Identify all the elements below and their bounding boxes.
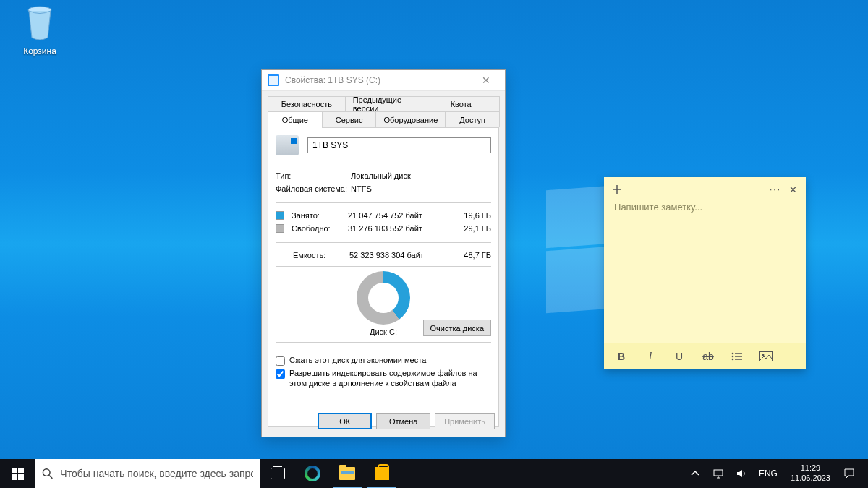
taskbar-date: 11.06.2023 xyxy=(791,474,830,484)
taskbar-search-box[interactable]: Чтобы начать поиск, введите здесь запрос xyxy=(35,459,260,488)
disk-cleanup-button[interactable]: Очистка диска xyxy=(423,320,491,336)
tray-language-button[interactable]: ENG xyxy=(753,459,783,488)
used-label: Занято: xyxy=(292,211,348,220)
compress-checkbox-row[interactable]: Сжать этот диск для экономии места xyxy=(276,354,491,367)
compress-checkbox-label: Сжать этот диск для экономии места xyxy=(289,356,491,366)
image-icon xyxy=(760,351,773,361)
show-desktop-button[interactable] xyxy=(861,459,865,488)
list-icon xyxy=(731,351,743,361)
capacity-bytes: 52 323 938 304 байт xyxy=(349,251,445,260)
used-space-row: Занято: 21 047 754 752 байт 19,6 ГБ xyxy=(276,209,491,222)
tabs-row-upper: Безопасность Предыдущие версии Квота xyxy=(268,96,499,111)
tray-show-hidden-button[interactable] xyxy=(684,459,707,488)
recycle-bin-desktop-icon[interactable]: Корзина xyxy=(12,4,68,56)
used-gb: 19,6 ГБ xyxy=(443,211,491,220)
compress-checkbox[interactable] xyxy=(276,356,285,366)
capacity-label: Емкость: xyxy=(293,251,349,260)
index-checkbox[interactable] xyxy=(276,369,285,379)
desktop: Корзина Свойства: 1TB SYS (C:) ✕ Безопас… xyxy=(0,0,868,488)
format-strikethrough-button[interactable]: ab xyxy=(694,343,723,369)
sticky-note-menu-button[interactable]: ··· xyxy=(767,181,784,198)
tab-panel-general: 1TB SYS Тип: Локальный диск Файловая сис… xyxy=(268,127,499,427)
taskbar-sticky-notes-button[interactable] xyxy=(365,459,399,488)
format-bullet-list-button[interactable] xyxy=(723,343,752,369)
taskbar-edge-button[interactable] xyxy=(295,459,330,488)
ok-button[interactable]: ОК xyxy=(318,413,372,429)
type-label: Тип: xyxy=(276,171,351,180)
volume-icon xyxy=(736,468,747,479)
taskbar-time: 11:29 xyxy=(791,463,830,474)
format-image-button[interactable] xyxy=(752,343,780,369)
free-label: Свободно: xyxy=(292,224,348,233)
index-checkbox-row[interactable]: Разрешить индексировать содержимое файло… xyxy=(276,367,491,390)
sticky-note-textarea[interactable]: Напишите заметку... xyxy=(604,202,806,343)
start-button[interactable] xyxy=(0,459,35,488)
index-checkbox-label: Разрешить индексировать содержимое файло… xyxy=(289,369,491,389)
recycle-bin-label: Корзина xyxy=(12,46,68,56)
tab-hardware[interactable]: Оборудование xyxy=(375,111,446,127)
capacity-gb: 48,7 ГБ xyxy=(445,251,491,260)
usage-donut-chart xyxy=(357,271,410,325)
filesystem-value: NTFS xyxy=(351,184,372,193)
plus-icon xyxy=(612,184,622,194)
tab-tools[interactable]: Сервис xyxy=(322,111,377,127)
taskbar-clock[interactable]: 11:29 11.06.2023 xyxy=(783,463,838,484)
format-italic-button[interactable]: I xyxy=(636,343,665,369)
chevron-up-icon xyxy=(689,468,701,479)
window-close-button[interactable]: ✕ xyxy=(473,74,499,86)
taskbar-file-explorer-button[interactable] xyxy=(330,459,365,488)
drive-properties-window: Свойства: 1TB SYS (C:) ✕ Безопасность Пр… xyxy=(261,69,506,437)
format-underline-button[interactable]: U xyxy=(665,343,694,369)
taskbar-task-view-button[interactable] xyxy=(260,459,295,488)
notification-icon xyxy=(843,468,855,479)
sticky-notes-icon xyxy=(375,467,389,480)
window-title: Свойства: 1TB SYS (C:) xyxy=(285,75,380,85)
svg-rect-7 xyxy=(714,470,723,476)
free-swatch-icon xyxy=(276,224,284,233)
windows-icon xyxy=(12,468,24,480)
search-icon xyxy=(42,468,53,479)
sticky-note-window: ··· ✕ Напишите заметку... B I U ab xyxy=(604,177,806,369)
window-titlebar[interactable]: Свойства: 1TB SYS (C:) ✕ xyxy=(262,70,505,91)
sticky-note-close-button[interactable]: ✕ xyxy=(784,181,801,198)
taskbar: Чтобы начать поиск, введите здесь запрос… xyxy=(0,459,868,488)
usage-chart-section: Диск C: Очистка диска xyxy=(276,267,491,343)
drive-name-input[interactable]: 1TB SYS xyxy=(307,137,491,153)
edge-icon xyxy=(305,466,320,481)
drive-icon xyxy=(276,135,299,155)
search-placeholder: Чтобы начать поиск, введите здесь запрос xyxy=(60,468,253,479)
svg-point-3 xyxy=(732,359,734,361)
format-bold-button[interactable]: B xyxy=(607,343,636,369)
file-explorer-icon xyxy=(339,467,355,480)
free-bytes: 31 276 183 552 байт xyxy=(348,224,443,233)
sticky-note-format-toolbar: B I U ab xyxy=(604,343,806,369)
system-tray: ENG 11:29 11.06.2023 xyxy=(684,459,868,488)
svg-point-1 xyxy=(732,353,734,355)
sticky-note-add-button[interactable] xyxy=(608,181,626,198)
tabs-row-lower: Общие Сервис Оборудование Доступ xyxy=(268,111,499,127)
apply-button[interactable]: Применить xyxy=(435,413,495,429)
network-icon xyxy=(712,468,724,479)
tab-quota[interactable]: Квота xyxy=(422,96,500,111)
free-space-row: Свободно: 31 276 183 552 байт 29,1 ГБ xyxy=(276,222,491,235)
svg-point-2 xyxy=(732,356,734,358)
type-value: Локальный диск xyxy=(351,171,411,180)
drive-titlebar-icon xyxy=(268,74,279,86)
drive-name-row: 1TB SYS xyxy=(276,134,491,163)
filesystem-row: Файловая система: NTFS xyxy=(276,182,491,195)
dialog-button-row: ОК Отмена Применить xyxy=(262,413,505,429)
used-swatch-icon xyxy=(276,211,284,220)
tab-security[interactable]: Безопасность xyxy=(268,96,346,111)
svg-point-6 xyxy=(43,469,50,476)
tab-general[interactable]: Общие xyxy=(268,111,323,127)
tray-network-button[interactable] xyxy=(707,459,730,488)
tab-sharing[interactable]: Доступ xyxy=(445,111,500,127)
tray-volume-button[interactable] xyxy=(730,459,753,488)
tab-previous-versions[interactable]: Предыдущие версии xyxy=(345,96,423,111)
filesystem-label: Файловая система: xyxy=(276,184,351,193)
sticky-note-titlebar[interactable]: ··· ✕ xyxy=(604,177,806,202)
cancel-button[interactable]: Отмена xyxy=(376,413,430,429)
tray-action-center-button[interactable] xyxy=(838,459,861,488)
used-bytes: 21 047 754 752 байт xyxy=(348,211,443,220)
svg-point-5 xyxy=(762,354,765,356)
